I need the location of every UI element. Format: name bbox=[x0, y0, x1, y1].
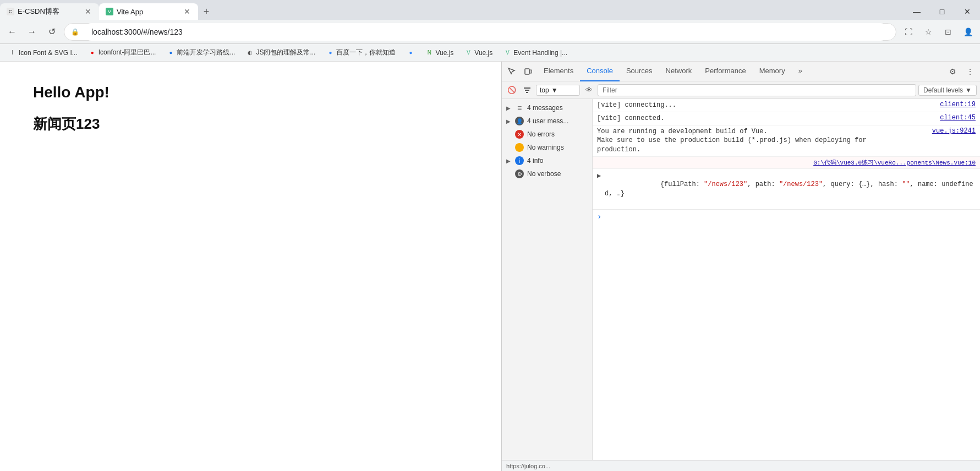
sidebar-label-errors: No errors bbox=[527, 130, 588, 138]
tab-memory[interactable]: Memory bbox=[753, 62, 792, 81]
devtools-more-button[interactable]: ⋮ bbox=[962, 64, 978, 79]
clear-console-button[interactable]: 🚫 bbox=[505, 84, 518, 97]
console-input[interactable] bbox=[606, 213, 976, 221]
console-sidebar: ▶ ≡ 4 messages ▶ 👤 4 user mess... ✕ bbox=[502, 99, 593, 460]
bm-label: Event Handling |... bbox=[513, 49, 567, 57]
tab-more[interactable]: » bbox=[792, 62, 809, 81]
device-toolbar-button[interactable] bbox=[521, 64, 536, 79]
devtools-toolbar-right: ⚙ ⋮ bbox=[945, 64, 978, 79]
bookmark-baidu[interactable]: ● 百度一下，你就知道 bbox=[322, 47, 400, 58]
sidebar-icon-verbose: ⚙ bbox=[515, 169, 524, 178]
close-button[interactable]: ✕ bbox=[955, 3, 980, 20]
sidebar-arrow-user: ▶ bbox=[506, 118, 512, 124]
bookmark-vuejs[interactable]: V Vue.js bbox=[460, 48, 497, 58]
bookmark-baidu2[interactable]: ● bbox=[402, 48, 419, 58]
sidebar-item-errors[interactable]: ✕ No errors bbox=[502, 128, 592, 141]
console-output: [vite] connecting... client:19 [vite] co… bbox=[593, 99, 980, 460]
console-link-connecting[interactable]: client:19 bbox=[940, 101, 976, 108]
address-bar-row: ← → ↺ 🔒 ⛶ ☆ ⊡ 👤 bbox=[0, 20, 980, 44]
svg-rect-3 bbox=[525, 90, 529, 91]
back-button[interactable]: ← bbox=[4, 24, 20, 40]
log-levels-dropdown[interactable]: Default levels ▼ bbox=[918, 85, 977, 96]
sidebar-arrow-messages: ▶ bbox=[506, 105, 512, 111]
bm-favicon-closure: ◐ bbox=[246, 49, 254, 57]
tab-close-csdn[interactable]: ✕ bbox=[84, 7, 92, 16]
console-prompt-icon: › bbox=[597, 212, 601, 221]
console-text: [vite] connecting... bbox=[597, 101, 938, 110]
bm-label: 前端开发学习路线... bbox=[177, 48, 235, 57]
console-link-path[interactable]: G:\代码\vue3.0练习\vueRo...ponents\News.vue:… bbox=[813, 158, 976, 167]
log-levels-label: Default levels bbox=[923, 86, 963, 94]
console-expand-arrow[interactable]: ▶ bbox=[597, 172, 603, 180]
bm-label: JS闭包的理解及常... bbox=[256, 48, 315, 57]
context-selector[interactable]: top ▼ bbox=[536, 85, 580, 96]
svg-rect-4 bbox=[526, 92, 528, 93]
sidebar-item-messages[interactable]: ▶ ≡ 4 messages bbox=[502, 101, 592, 114]
console-text-vue: You are running a development build of V… bbox=[597, 127, 930, 155]
console-link-vue[interactable]: vue.js:9241 bbox=[932, 127, 976, 135]
bm-favicon-baidu2: ● bbox=[407, 49, 414, 57]
console-input-row: › bbox=[593, 210, 980, 223]
tab-performance[interactable]: Performance bbox=[698, 62, 752, 81]
forward-button[interactable]: → bbox=[24, 24, 40, 40]
bookmark-frontend[interactable]: ● 前端开发学习路线... bbox=[162, 47, 239, 58]
inspect-element-button[interactable] bbox=[504, 64, 519, 79]
bookmark-nodejs[interactable]: N Vue.js bbox=[421, 48, 458, 58]
bm-favicon-baidu: ● bbox=[326, 49, 334, 57]
sidebar-item-info[interactable]: ▶ i 4 info bbox=[502, 154, 592, 167]
tab-title-csdn: E-CSDN博客 bbox=[18, 7, 80, 17]
maximize-button[interactable]: □ bbox=[929, 3, 955, 20]
reload-button[interactable]: ↺ bbox=[44, 24, 59, 40]
sidebar-label-messages: 4 messages bbox=[527, 104, 588, 112]
bookmark-iconfont-alibaba[interactable]: ● Iconfont-阿里巴巴... bbox=[84, 47, 161, 58]
eye-button[interactable]: 👁 bbox=[582, 84, 595, 97]
filter-toggle-button[interactable] bbox=[521, 84, 534, 97]
bm-label: Iconfont-阿里巴巴... bbox=[98, 48, 156, 57]
bookmark-event-handling[interactable]: V Event Handling |... bbox=[499, 48, 572, 58]
bm-favicon-nodejs: N bbox=[425, 49, 433, 57]
tab-console[interactable]: Console bbox=[580, 62, 620, 81]
tab-sources[interactable]: Sources bbox=[620, 62, 659, 81]
bm-label: Vue.js bbox=[474, 49, 492, 57]
svg-rect-1 bbox=[530, 70, 532, 73]
tab-close-vite[interactable]: ✕ bbox=[183, 7, 191, 16]
devtools-tabs: Elements Console Sources Network Perform… bbox=[537, 62, 944, 81]
tab-elements[interactable]: Elements bbox=[537, 62, 580, 81]
tab-csdn[interactable]: C E-CSDN博客 ✕ bbox=[0, 3, 99, 20]
sidebar-item-warnings[interactable]: ⚠ No warnings bbox=[502, 141, 592, 154]
tab-vite[interactable]: V Vite App ✕ bbox=[99, 3, 198, 20]
bookmark-iconfont-svg[interactable]: I Icon Font & SVG I... bbox=[4, 48, 82, 58]
url-input[interactable] bbox=[83, 23, 889, 41]
minimize-button[interactable]: — bbox=[904, 3, 929, 20]
screenshot-icon[interactable]: ⛶ bbox=[901, 24, 916, 40]
context-label: top bbox=[540, 86, 549, 94]
devtools-settings-button[interactable]: ⚙ bbox=[945, 64, 960, 79]
sidebar-item-verbose[interactable]: ⚙ No verbose bbox=[502, 167, 592, 180]
bookmark-closure[interactable]: ◐ JS闭包的理解及常... bbox=[242, 47, 320, 58]
devtools-toolbar: Elements Console Sources Network Perform… bbox=[502, 62, 980, 81]
secure-icon: 🔒 bbox=[71, 28, 79, 36]
sidebar-item-user-messages[interactable]: ▶ 👤 4 user mess... bbox=[502, 114, 592, 128]
console-text-object: {fullPath: "/news/123", path: "/news/123… bbox=[605, 171, 976, 207]
console-line-object: ▶ {fullPath: "/news/123", path: "/news/1… bbox=[593, 169, 980, 210]
new-tab-button[interactable]: + bbox=[198, 3, 215, 20]
console-filter-input[interactable] bbox=[598, 84, 916, 96]
devtools-body: ▶ ≡ 4 messages ▶ 👤 4 user mess... ✕ bbox=[502, 99, 980, 460]
sidebar-icon-messages: ≡ bbox=[515, 103, 524, 112]
page-news-text: 新闻页123 bbox=[33, 114, 468, 134]
svg-rect-0 bbox=[525, 69, 529, 74]
sidebar-icon-errors: ✕ bbox=[515, 130, 524, 139]
console-line-vite-connected: [vite] connected. client:45 bbox=[593, 112, 980, 125]
tab-network[interactable]: Network bbox=[659, 62, 699, 81]
profile-icon[interactable]: 👤 bbox=[960, 24, 976, 40]
sidebar-icon-info: i bbox=[515, 156, 524, 165]
cast-icon[interactable]: ⊡ bbox=[940, 24, 956, 40]
devtools-panel: Elements Console Sources Network Perform… bbox=[501, 62, 980, 471]
sidebar-label-warnings: No warnings bbox=[527, 144, 588, 151]
console-line-vue-warning: You are running a development build of V… bbox=[593, 125, 980, 157]
console-link-connected[interactable]: client:45 bbox=[940, 114, 976, 122]
status-bar-url: https://julog.co... bbox=[506, 463, 550, 469]
sidebar-label-info: 4 info bbox=[527, 157, 588, 165]
star-icon[interactable]: ☆ bbox=[921, 24, 936, 40]
console-toolbar: 🚫 top ▼ 👁 Default levels ▼ bbox=[502, 81, 980, 99]
